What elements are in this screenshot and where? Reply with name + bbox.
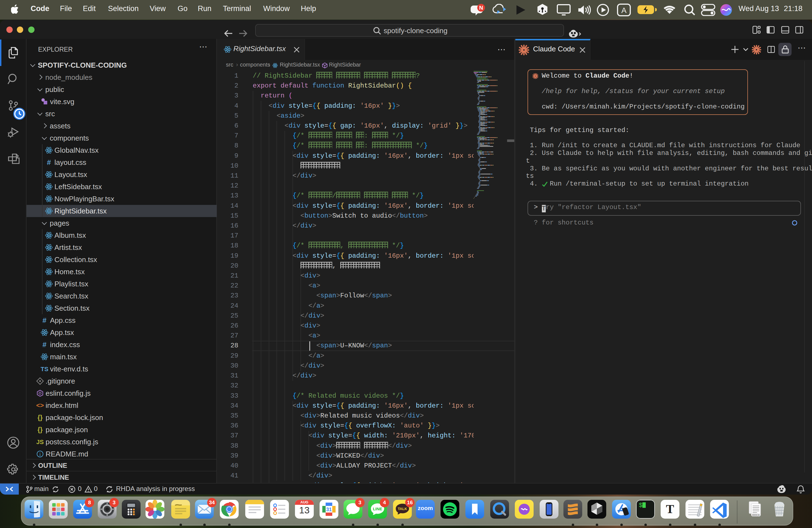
svg-text:TALK: TALK	[398, 507, 407, 511]
svg-text:A: A	[621, 6, 627, 15]
svg-text:DOCX: DOCX	[752, 514, 760, 516]
svg-text:LINE: LINE	[373, 507, 382, 511]
svg-text:N: N	[479, 5, 483, 11]
svg-text:31: 31	[326, 507, 332, 512]
